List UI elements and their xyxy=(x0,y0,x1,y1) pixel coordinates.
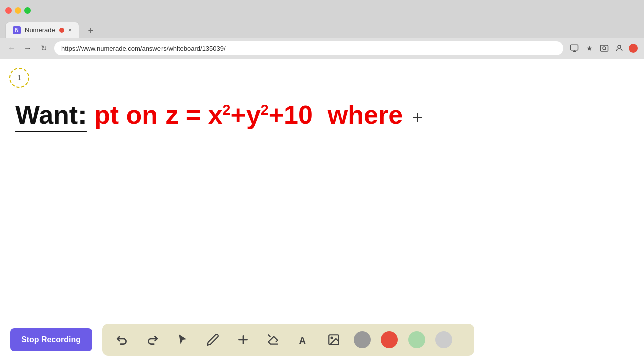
redo-button[interactable] xyxy=(142,330,163,350)
refresh-button[interactable]: ↻ xyxy=(38,43,49,54)
svg-rect-1 xyxy=(601,45,608,51)
underline xyxy=(15,131,87,132)
title-bar xyxy=(0,0,644,20)
color-light-gray-button[interactable] xyxy=(435,331,452,348)
new-tab-button[interactable]: + xyxy=(84,24,98,38)
color-light-green-button[interactable] xyxy=(408,331,425,348)
tab-title: Numerade xyxy=(25,26,55,34)
eraser-tool-button[interactable] xyxy=(263,330,283,350)
undo-button[interactable] xyxy=(112,330,132,350)
profile-button[interactable] xyxy=(614,43,625,54)
tab-bar: N Numerade × + xyxy=(0,20,644,38)
image-button[interactable] xyxy=(324,330,344,350)
back-button[interactable]: ← xyxy=(6,43,17,54)
address-input[interactable] xyxy=(54,41,564,55)
tab-close-button[interactable]: × xyxy=(68,27,72,34)
drawing-toolbar: A xyxy=(102,324,474,356)
browser-actions: ★ xyxy=(569,43,638,54)
tab-favicon: N xyxy=(13,26,21,34)
cursor-plus: + xyxy=(407,107,423,128)
svg-point-3 xyxy=(618,45,621,48)
add-button[interactable] xyxy=(233,330,253,350)
text-tool-button[interactable]: A xyxy=(293,330,313,350)
forward-button[interactable]: → xyxy=(22,43,33,54)
want-label: Want: xyxy=(15,99,87,130)
stop-recording-button[interactable]: Stop Recording xyxy=(10,328,92,351)
minimize-window-button[interactable] xyxy=(15,7,21,14)
pen-tool-button[interactable] xyxy=(203,330,223,350)
screenshot-button[interactable] xyxy=(599,43,610,54)
whiteboard: 1 Want: pt on z = x2+y2+10 where + Stop … xyxy=(0,59,644,362)
browser-tab[interactable]: N Numerade × xyxy=(5,22,79,38)
close-window-button[interactable] xyxy=(5,7,12,14)
browser-chrome: N Numerade × + ← → ↻ ★ xyxy=(0,0,644,59)
whiteboard-content: Want: pt on z = x2+y2+10 where + xyxy=(15,99,423,130)
svg-point-8 xyxy=(331,337,333,339)
bookmark-button[interactable]: ★ xyxy=(584,43,595,54)
equation-body: pt on z = x2+y2+10 where xyxy=(87,99,403,130)
numerade-extension-button[interactable] xyxy=(629,44,638,53)
svg-rect-0 xyxy=(571,45,578,50)
bottom-bar: Stop Recording xyxy=(0,318,644,362)
color-gray-button[interactable] xyxy=(354,331,371,348)
color-red-button[interactable] xyxy=(381,331,398,348)
address-bar-row: ← → ↻ ★ xyxy=(0,38,644,59)
math-equation: Want: pt on z = x2+y2+10 where + xyxy=(15,99,423,130)
svg-text:A: A xyxy=(299,335,306,346)
page-number: 1 xyxy=(9,68,29,88)
tab-recording-indicator xyxy=(59,28,64,33)
traffic-lights xyxy=(5,7,31,14)
svg-point-2 xyxy=(603,47,606,50)
cast-button[interactable] xyxy=(569,43,580,54)
select-tool-button[interactable] xyxy=(173,330,193,350)
maximize-window-button[interactable] xyxy=(24,7,31,14)
